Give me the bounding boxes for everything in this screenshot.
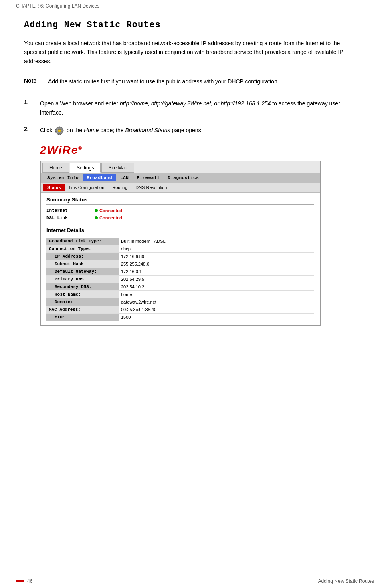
- detail-key: Connection Type:: [46, 245, 119, 253]
- page-number: 46: [27, 578, 32, 584]
- sub-nav: Status Link Configuration Routing DNS Re…: [41, 183, 320, 193]
- nav-lan[interactable]: LAN: [116, 174, 133, 181]
- dsl-status-row: DSL Link: Connected: [46, 214, 314, 222]
- step-2-number: 2.: [24, 126, 40, 132]
- internet-dot: [95, 209, 98, 212]
- note-box: Note Add the static routes first if you …: [24, 73, 353, 90]
- table-row: Connection Type: dhcp: [46, 245, 314, 253]
- detail-key: Subnet Mask:: [46, 260, 119, 268]
- detail-value: 255.255.248.0: [119, 260, 314, 268]
- detail-key: Domain:: [46, 298, 119, 306]
- subnav-dns-resolution[interactable]: DNS Resolution: [131, 184, 171, 191]
- chapter-label: CHAPTER 6: Configuring LAN Devices: [16, 3, 99, 9]
- detail-value: home: [119, 291, 314, 298]
- dsl-label: DSL Link:: [46, 215, 95, 220]
- table-row: MTU: 1500: [46, 314, 314, 321]
- table-row: Host Name: home: [46, 291, 314, 298]
- globe-icon: [55, 126, 64, 135]
- detail-value: gateway.2wire.net: [119, 298, 314, 306]
- table-row: MAC Address: 00:25:3c:91:35:40: [46, 306, 314, 314]
- table-row: Default Gateway: 172.16.0.1: [46, 268, 314, 276]
- logo-text: 2WiRe®: [40, 144, 83, 157]
- detail-key: Broadband Link Type:: [46, 238, 119, 245]
- subnav-link-config[interactable]: Link Configuration: [65, 184, 109, 191]
- dsl-dot: [95, 216, 98, 219]
- detail-key: IP Address:: [46, 253, 119, 260]
- detail-value: 202.54.10.2: [119, 283, 314, 291]
- nav-firewall[interactable]: Firewall: [133, 174, 164, 181]
- browser-content: Summary Status Internet: Connected DSL L…: [41, 193, 320, 325]
- status-table: Internet: Connected DSL Link: Connected: [46, 207, 314, 222]
- step-1-number: 1.: [24, 99, 40, 105]
- detail-key: MAC Address:: [46, 306, 119, 314]
- details-table: Broadband Link Type: Built in modem - AD…: [46, 238, 314, 321]
- twowire-logo: 2WiRe®: [40, 144, 366, 157]
- note-label: Note: [24, 77, 48, 86]
- subnav-routing[interactable]: Routing: [108, 184, 131, 191]
- note-text: Add the static routes first if you want …: [48, 77, 279, 86]
- nav-system-info[interactable]: System Info: [43, 174, 83, 181]
- footer-left: 46: [16, 578, 32, 584]
- chapter-title: Adding New Static Routes: [24, 20, 366, 30]
- detail-value: 172.16.0.1: [119, 268, 314, 276]
- detail-key: MTU:: [46, 314, 119, 321]
- summary-status-title: Summary Status: [46, 197, 314, 205]
- step-2-italic1: Home: [84, 127, 99, 133]
- nav-bar: System Info Broadband LAN Firewall Diagn…: [41, 173, 320, 183]
- detail-value: Built in modem - ADSL: [119, 238, 314, 245]
- nav-broadband[interactable]: Broadband: [83, 174, 116, 181]
- browser-mockup: Home Settings Site Map System Info Broad…: [40, 161, 321, 326]
- table-row: Primary DNS: 202.54.29.5: [46, 276, 314, 283]
- table-row: IP Address: 172.16.6.89: [46, 253, 314, 260]
- step-1-url: http://home, http://gateway.2Wire.net, o…: [120, 100, 271, 107]
- browser-tabs: Home Settings Site Map: [41, 161, 320, 173]
- table-row: Secondary DNS: 202.54.10.2: [46, 283, 314, 291]
- tab-sitemap[interactable]: Site Map: [101, 163, 134, 173]
- internet-value: Connected: [99, 208, 122, 213]
- detail-value: 202.54.29.5: [119, 276, 314, 283]
- dsl-value: Connected: [99, 215, 122, 220]
- detail-value: dhcp: [119, 245, 314, 253]
- internet-label: Internet:: [46, 208, 95, 213]
- intro-paragraph: You can create a local network that has …: [24, 39, 353, 66]
- page-footer: 46 Adding New Static Routes: [0, 574, 390, 588]
- table-row: Broadband Link Type: Built in modem - AD…: [46, 238, 314, 245]
- detail-value: 00:25:3c:91:35:40: [119, 306, 314, 314]
- step-2-italic2: Broadband Status: [125, 127, 170, 133]
- svg-rect-5: [58, 130, 61, 132]
- steps-list: 1. Open a Web browser and enter http://h…: [24, 99, 366, 135]
- detail-value: 172.16.6.89: [119, 253, 314, 260]
- detail-key: Primary DNS:: [46, 276, 119, 283]
- table-row: Subnet Mask: 255.255.248.0: [46, 260, 314, 268]
- page-header: CHAPTER 6: Configuring LAN Devices: [0, 0, 390, 12]
- footer-right: Adding New Static Routes: [318, 578, 374, 584]
- tab-settings[interactable]: Settings: [70, 163, 101, 173]
- subnav-status[interactable]: Status: [43, 184, 65, 191]
- tab-home[interactable]: Home: [42, 163, 69, 173]
- logo-container: 2WiRe®: [40, 144, 366, 157]
- nav-diagnostics[interactable]: Diagnostics: [164, 174, 203, 181]
- step-2-content: Click on the Home page; the Broadband St…: [40, 126, 203, 135]
- main-content: Adding New Static Routes You can create …: [0, 12, 390, 350]
- step-2: 2. Click on the Home page; the Broadband…: [24, 126, 353, 135]
- internet-status-row: Internet: Connected: [46, 207, 314, 214]
- footer-bar: [16, 580, 24, 582]
- detail-key: Secondary DNS:: [46, 283, 119, 291]
- table-row: Domain: gateway.2wire.net: [46, 298, 314, 306]
- detail-value: 1500: [119, 314, 314, 321]
- detail-key: Default Gateway:: [46, 268, 119, 276]
- detail-key: Host Name:: [46, 291, 119, 298]
- step-1-content: Open a Web browser and enter http://home…: [40, 99, 353, 117]
- internet-details-title: Internet Details: [46, 227, 314, 235]
- step-1: 1. Open a Web browser and enter http://h…: [24, 99, 353, 117]
